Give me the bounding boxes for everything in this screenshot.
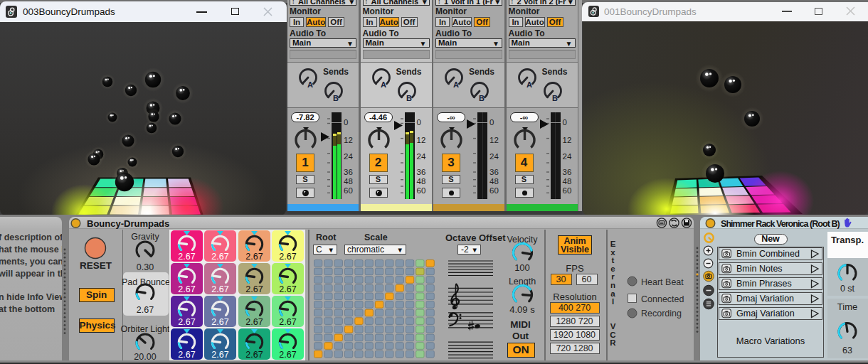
- svg-text:B: B: [479, 94, 485, 102]
- svg-text:2.67: 2.67: [279, 252, 296, 262]
- svg-text:2.67: 2.67: [245, 350, 263, 360]
- svg-text:2.67: 2.67: [211, 284, 228, 294]
- svg-text:2.67: 2.67: [178, 317, 195, 327]
- svg-text:2.67: 2.67: [211, 350, 228, 360]
- svg-text:A: A: [453, 80, 459, 89]
- svg-text:B: B: [333, 94, 339, 102]
- svg-text:2.67: 2.67: [178, 284, 195, 294]
- svg-text:A: A: [381, 80, 386, 89]
- svg-text:2.67: 2.67: [245, 284, 263, 294]
- svg-text:B: B: [552, 94, 558, 102]
- svg-text:2.67: 2.67: [279, 350, 296, 360]
- svg-text:2.67: 2.67: [211, 317, 228, 327]
- svg-text:2.67: 2.67: [245, 317, 263, 327]
- svg-text:2.67: 2.67: [279, 317, 296, 327]
- svg-text:2.67: 2.67: [211, 252, 228, 262]
- svg-text:2.67: 2.67: [178, 252, 195, 262]
- svg-text:A: A: [307, 80, 313, 89]
- svg-text:2.67: 2.67: [279, 284, 296, 294]
- svg-text:B: B: [406, 94, 412, 102]
- svg-text:2.67: 2.67: [245, 252, 263, 262]
- svg-text:2.67: 2.67: [178, 350, 195, 360]
- svg-text:A: A: [526, 80, 532, 89]
